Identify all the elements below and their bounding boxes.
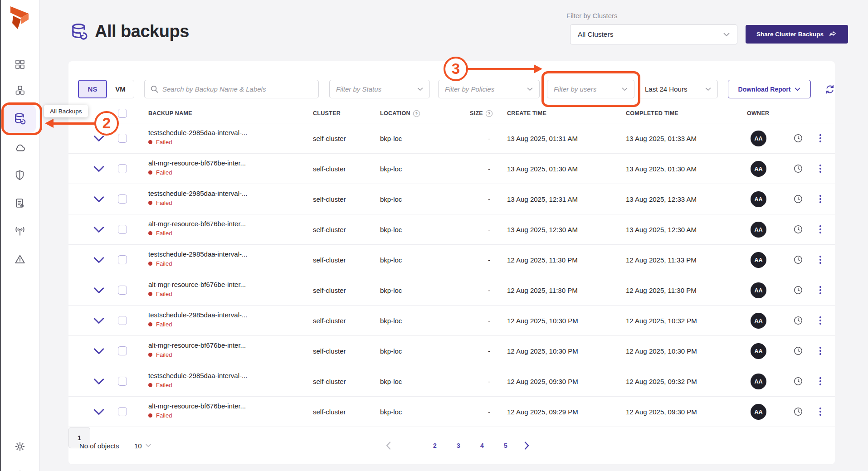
page-button-3[interactable]: 3 <box>453 442 464 449</box>
row-menu-kebab-icon[interactable] <box>818 285 823 295</box>
search-icon <box>150 85 159 93</box>
size-help-icon[interactable]: ? <box>486 110 493 117</box>
clock-icon[interactable] <box>793 346 803 356</box>
clock-icon[interactable] <box>793 316 803 325</box>
row-expand-chevron-icon[interactable] <box>93 287 104 294</box>
tab-vm[interactable]: VM <box>107 80 134 98</box>
chevron-down-icon <box>146 444 151 447</box>
owner-avatar[interactable]: AA <box>751 161 766 177</box>
sidebar-item-alerts[interactable] <box>0 248 39 271</box>
location-help-icon[interactable]: ? <box>413 110 420 117</box>
page-size-select[interactable]: 10 <box>134 427 151 464</box>
column-header-owner[interactable]: OWNER <box>747 103 769 123</box>
row-menu-kebab-icon[interactable] <box>818 164 823 174</box>
column-header-location[interactable]: LOCATION? <box>380 103 420 123</box>
sidebar-item-activity-monitor[interactable] <box>0 219 39 243</box>
row-checkbox[interactable] <box>118 225 127 234</box>
clock-icon[interactable] <box>793 224 803 234</box>
backup-name-cell: testschedule-2985daa-interval-... Failed <box>148 250 298 267</box>
clock-icon[interactable] <box>793 133 803 143</box>
row-expand-chevron-icon[interactable] <box>93 226 104 233</box>
row-checkbox[interactable] <box>118 377 127 386</box>
row-checkbox[interactable] <box>118 194 127 204</box>
page-button-5[interactable]: 5 <box>500 442 511 449</box>
column-header-backup-name[interactable]: BACKUP NAME <box>148 103 192 123</box>
create-time-cell: 13 Aug 2025, 01:31 AM <box>507 123 578 154</box>
next-page-button[interactable] <box>524 427 532 464</box>
owner-avatar[interactable]: AA <box>751 191 766 207</box>
backup-name-link[interactable]: testschedule-2985daa-interval-... <box>148 189 298 197</box>
clock-icon[interactable] <box>793 285 803 295</box>
clock-icon[interactable] <box>793 376 803 386</box>
owner-avatar[interactable]: AA <box>751 222 766 238</box>
cluster-filter-select[interactable]: All Clusters <box>570 24 737 44</box>
row-checkbox[interactable] <box>118 286 127 295</box>
column-header-cluster[interactable]: CLUSTER <box>313 103 341 123</box>
filter-by-policies-select[interactable]: Filter by Policies <box>438 80 540 98</box>
row-menu-kebab-icon[interactable] <box>818 407 823 417</box>
row-expand-chevron-icon[interactable] <box>93 348 104 355</box>
download-report-button[interactable]: Download Report <box>728 80 811 98</box>
row-checkbox[interactable] <box>118 134 127 143</box>
column-header-size[interactable]: SIZE? <box>454 103 493 123</box>
page-button-4[interactable]: 4 <box>477 442 488 449</box>
clock-icon[interactable] <box>793 164 803 174</box>
owner-avatar[interactable]: AA <box>751 404 766 420</box>
owner-avatar[interactable]: AA <box>751 343 766 359</box>
sidebar-item-dashboard[interactable] <box>0 53 39 76</box>
row-checkbox[interactable] <box>118 407 127 416</box>
row-expand-chevron-icon[interactable] <box>93 408 104 416</box>
row-menu-kebab-icon[interactable] <box>818 255 823 265</box>
row-expand-chevron-icon[interactable] <box>93 317 104 325</box>
sidebar-item-security[interactable] <box>0 163 39 187</box>
backup-name-link[interactable]: alt-mgr-resource-bf676be-inter... <box>148 220 298 228</box>
row-expand-chevron-icon[interactable] <box>93 135 104 142</box>
backup-name-link[interactable]: alt-mgr-resource-bf676be-inter... <box>148 159 298 167</box>
row-menu-kebab-icon[interactable] <box>818 376 823 386</box>
row-checkbox[interactable] <box>118 255 127 264</box>
row-menu-kebab-icon[interactable] <box>818 316 823 325</box>
owner-avatar[interactable]: AA <box>751 131 766 146</box>
search-input[interactable] <box>162 85 313 93</box>
sidebar-item-help[interactable] <box>0 463 39 471</box>
page-button-2[interactable]: 2 <box>429 442 440 449</box>
sidebar-item-clusters[interactable] <box>0 79 39 102</box>
row-menu-kebab-icon[interactable] <box>818 224 823 234</box>
row-expand-chevron-icon[interactable] <box>93 165 104 173</box>
row-menu-kebab-icon[interactable] <box>818 133 823 143</box>
filter-by-status-select[interactable]: Filter by Status <box>329 80 430 98</box>
backup-name-link[interactable]: testschedule-2985daa-interval-... <box>148 372 298 379</box>
row-checkbox[interactable] <box>118 164 127 173</box>
row-menu-kebab-icon[interactable] <box>818 346 823 356</box>
backup-name-link[interactable]: testschedule-2985daa-interval-... <box>148 250 298 258</box>
sidebar-item-settings[interactable] <box>0 435 39 458</box>
column-header-create-time[interactable]: CREATE TIME <box>507 103 546 123</box>
backup-name-link[interactable]: alt-mgr-resource-bf676be-inter... <box>148 281 298 288</box>
sidebar-item-cloud-settings[interactable] <box>0 136 39 160</box>
owner-avatar[interactable]: AA <box>751 282 766 298</box>
clock-icon[interactable] <box>793 407 803 417</box>
clock-icon[interactable] <box>793 194 803 204</box>
owner-avatar[interactable]: AA <box>751 252 766 268</box>
backup-name-link[interactable]: alt-mgr-resource-bf676be-inter... <box>148 341 298 349</box>
owner-avatar[interactable]: AA <box>751 374 766 389</box>
refresh-icon[interactable] <box>824 84 835 95</box>
row-expand-chevron-icon[interactable] <box>93 196 104 203</box>
row-expand-chevron-icon[interactable] <box>93 378 104 385</box>
time-range-select[interactable]: Last 24 Hours <box>638 80 718 98</box>
share-cluster-backups-button[interactable]: Share Cluster Backups <box>746 25 848 44</box>
row-checkbox[interactable] <box>118 346 127 355</box>
sidebar-item-rules[interactable] <box>0 191 39 215</box>
tab-ns[interactable]: NS <box>78 80 107 98</box>
backup-name-link[interactable]: testschedule-2985daa-interval-... <box>148 311 298 319</box>
row-expand-chevron-icon[interactable] <box>93 257 104 264</box>
select-all-checkbox[interactable] <box>118 109 127 118</box>
clusters-icon <box>14 85 26 97</box>
row-menu-kebab-icon[interactable] <box>818 194 823 204</box>
backup-name-link[interactable]: testschedule-2985daa-interval-... <box>148 129 298 136</box>
row-checkbox[interactable] <box>118 316 127 325</box>
owner-avatar[interactable]: AA <box>751 313 766 329</box>
backup-name-link[interactable]: alt-mgr-resource-bf676be-inter... <box>148 402 298 410</box>
previous-page-button[interactable] <box>386 427 394 464</box>
clock-icon[interactable] <box>793 255 803 265</box>
